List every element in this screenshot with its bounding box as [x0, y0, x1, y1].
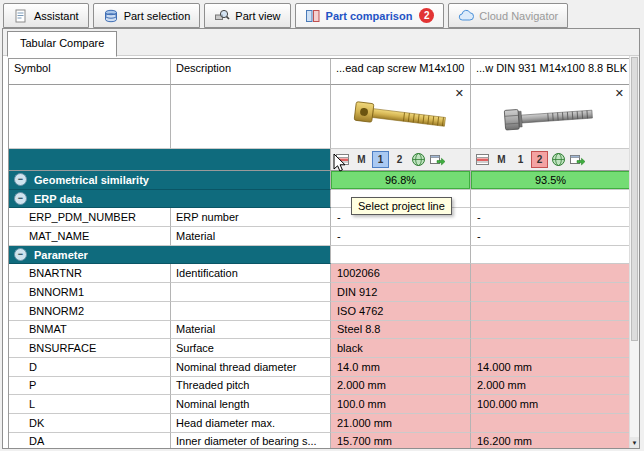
part2-value-cell: [471, 321, 631, 340]
part2-value-cell: [471, 414, 631, 433]
parameter-row: DAInner diameter of bearing s...15.700 m…: [9, 433, 631, 449]
collapse-icon[interactable]: −: [14, 248, 27, 261]
part1-value-cell: ISO 4762: [331, 302, 471, 321]
open-part-button[interactable]: [569, 151, 586, 168]
section-label: Parameter: [34, 249, 88, 261]
param-desc-cell: ERP number: [171, 208, 331, 227]
subtab-strip: Tabular Compare: [3, 29, 639, 56]
part2-value-cell: -: [471, 208, 631, 227]
table-body: −Geometrical similarity96.8%93.5%−ERP da…: [9, 171, 631, 449]
part1-value-cell: 100.0 mm: [331, 395, 471, 414]
part2-value-cell: [471, 283, 631, 302]
parameter-row: BNNORM2ISO 4762: [9, 302, 631, 321]
m-line-button[interactable]: M: [493, 151, 510, 168]
param-name-cell: ERP_PDM_NUMBER: [9, 208, 171, 227]
param-name-cell: BNARTNR: [9, 264, 171, 283]
part-comparison-panel: Tabular Compare Symbol Description ...ea…: [2, 28, 640, 449]
part1-value-cell: -: [331, 227, 471, 246]
vertical-scrollbar[interactable]: ▼: [629, 56, 639, 448]
part2-value-cell: 16.200 mm: [471, 433, 631, 449]
section-header-cell[interactable]: −Parameter: [9, 246, 331, 265]
part-comparison-icon: [305, 8, 321, 24]
part1-toolbar: M 1 2: [331, 149, 471, 171]
collapse-icon[interactable]: −: [14, 192, 27, 205]
toolbar-row: M 1 2: [9, 149, 631, 171]
param-name-cell: BNNORM2: [9, 302, 171, 321]
section-header-cell[interactable]: −Geometrical similarity: [9, 171, 331, 190]
globe-icon: [551, 152, 566, 167]
collapse-icon[interactable]: −: [14, 173, 27, 186]
param-desc-cell: Material: [171, 321, 331, 340]
column-header-part2[interactable]: ...w DIN 931 M14x100 8.8 BLK: [471, 59, 631, 85]
part1-value-cell: 15.700 mm: [331, 433, 471, 449]
part2-value-cell: [471, 302, 631, 321]
project-line-icon: [475, 152, 490, 167]
part-view-icon: [214, 8, 230, 24]
part2-value-cell: 2.000 mm: [471, 377, 631, 396]
part2-value-cell: [471, 339, 631, 358]
open-part-button[interactable]: [429, 151, 446, 168]
part2-value-cell: 100.000 mm: [471, 395, 631, 414]
part2-value-cell: -: [471, 227, 631, 246]
line-2-button[interactable]: 2: [391, 151, 408, 168]
param-name-cell: BNNORM1: [9, 283, 171, 302]
part2-value-cell: [471, 264, 631, 283]
param-desc-cell: Identification: [171, 264, 331, 283]
parameter-row: ERP_PDM_NUMBERERP number--: [9, 208, 631, 227]
parameter-row: MAT_NAMEMaterial--: [9, 227, 631, 246]
part1-value-cell: 96.8%: [331, 171, 471, 190]
param-name-cell: DK: [9, 414, 171, 433]
scroll-down-button[interactable]: ▼: [630, 437, 639, 448]
tab-assistant[interactable]: Assistant: [3, 3, 89, 28]
param-desc-cell: [171, 283, 331, 302]
section-label: Geometrical similarity: [34, 174, 149, 186]
parameter-row: DKHead diameter max.21.000 mm: [9, 414, 631, 433]
param-name-cell: P: [9, 377, 171, 396]
section-label: ERP data: [34, 193, 82, 205]
param-name-cell: D: [9, 358, 171, 377]
tab-tabular-compare[interactable]: Tabular Compare: [7, 31, 117, 57]
param-desc-cell: Material: [171, 227, 331, 246]
cloud-icon: [458, 8, 474, 24]
param-name-cell: BNMAT: [9, 321, 171, 340]
part1-thumbnail-cell: ✕: [331, 85, 471, 149]
scrollbar-thumb[interactable]: [631, 57, 638, 341]
param-desc-cell: [171, 302, 331, 321]
m-line-button[interactable]: M: [353, 151, 370, 168]
tab-cloud-navigator[interactable]: Cloud Navigator: [448, 3, 568, 28]
parameter-row: DNominal thread diameter14.0 mm14.000 mm: [9, 358, 631, 377]
assistant-icon: [13, 8, 29, 24]
globe-button[interactable]: [550, 151, 567, 168]
parameter-row: PThreaded pitch2.000 mm2.000 mm: [9, 377, 631, 396]
column-header-symbol[interactable]: Symbol: [9, 59, 171, 85]
param-desc-cell: Head diameter max.: [171, 414, 331, 433]
toolbar-left-spacer: [9, 149, 331, 171]
column-header-part1[interactable]: ...ead cap screw M14x100: [331, 59, 471, 85]
app-window: Assistant Part selection Part view Par: [0, 0, 644, 451]
close-part2-icon[interactable]: ✕: [615, 87, 624, 100]
symbol-spacer-cell: [9, 85, 171, 149]
close-part1-icon[interactable]: ✕: [455, 87, 464, 100]
column-header-description[interactable]: Description: [171, 59, 331, 85]
tab-part-view[interactable]: Part view: [204, 3, 290, 28]
section-row: −Geometrical similarity96.8%93.5%: [9, 171, 631, 190]
param-desc-cell: Threaded pitch: [171, 377, 331, 396]
part1-value-cell: 14.0 mm: [331, 358, 471, 377]
part1-value-cell: [331, 246, 471, 265]
thumbnail-row: ✕: [9, 85, 631, 149]
select-project-line-button[interactable]: [474, 151, 491, 168]
line-1-button[interactable]: 1: [372, 151, 389, 168]
param-desc-cell: Surface: [171, 339, 331, 358]
tooltip-select-project-line: Select project line: [351, 197, 452, 215]
param-name-cell: L: [9, 395, 171, 414]
line-2-button[interactable]: 2: [531, 151, 548, 168]
tab-part-comparison[interactable]: Part comparison 2: [295, 3, 445, 28]
globe-button[interactable]: [410, 151, 427, 168]
part1-value-cell: DIN 912: [331, 283, 471, 302]
open-part-icon: [429, 152, 446, 167]
line-1-button[interactable]: 1: [512, 151, 529, 168]
tab-part-selection[interactable]: Part selection: [93, 3, 201, 28]
section-header-cell[interactable]: −ERP data: [9, 190, 331, 209]
part2-value-cell: [471, 190, 631, 209]
param-name-cell: BNSURFACE: [9, 339, 171, 358]
